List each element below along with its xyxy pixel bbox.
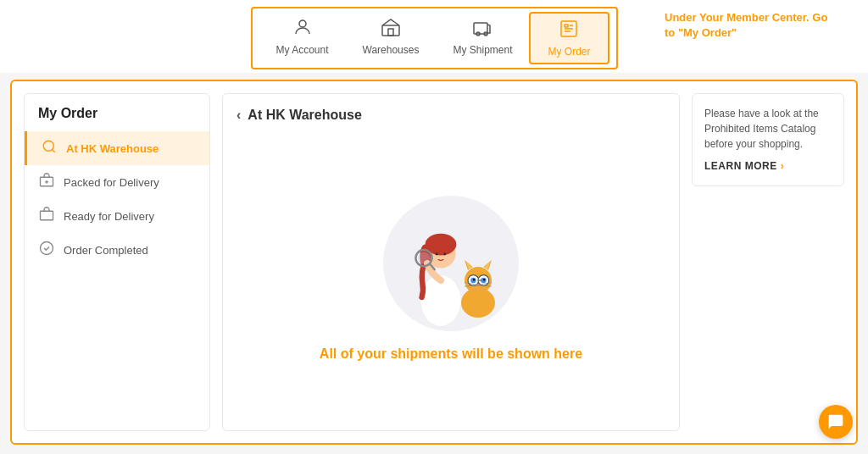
main-content-area: ‹ At HK Warehouse <box>222 93 680 431</box>
packed-for-delivery-icon <box>38 173 55 191</box>
nav-warehouses-label: Warehouses <box>363 44 420 56</box>
svg-rect-7 <box>565 25 568 27</box>
info-box: Please have a look at the Prohibited Ite… <box>692 93 844 186</box>
learn-more-label: LEARN MORE <box>704 158 777 174</box>
sidebar: My Order At HK Warehouse <box>24 93 210 431</box>
sidebar-item-at-hk-warehouse-label: At HK Warehouse <box>66 142 159 155</box>
nav-my-order[interactable]: My Order <box>529 12 609 64</box>
svg-point-24 <box>443 252 446 255</box>
sidebar-item-packed-for-delivery[interactable]: Packed for Delivery <box>25 165 209 199</box>
content-layout: My Order At HK Warehouse <box>12 81 856 443</box>
person-cat-illustration <box>383 187 519 340</box>
nav-my-order-label: My Order <box>548 46 590 58</box>
main-container: My Order At HK Warehouse <box>10 80 858 445</box>
nav-my-shipment[interactable]: My Shipment <box>436 12 529 64</box>
learn-more-link[interactable]: LEARN MORE › <box>704 158 832 174</box>
nav-my-shipment-label: My Shipment <box>453 44 512 56</box>
info-text: Please have a look at the Prohibited Ite… <box>704 108 819 150</box>
my-shipment-icon <box>472 17 492 41</box>
svg-point-38 <box>473 279 475 280</box>
learn-more-arrow-icon: › <box>781 158 785 174</box>
nav-warehouses[interactable]: Warehouses <box>346 12 437 64</box>
illustration-circle <box>383 196 519 331</box>
svg-point-39 <box>483 279 485 280</box>
order-completed-icon <box>38 241 55 259</box>
sidebar-item-at-hk-warehouse[interactable]: At HK Warehouse <box>25 131 209 165</box>
svg-rect-2 <box>388 29 393 36</box>
nav-my-account[interactable]: My Account <box>259 12 346 64</box>
svg-point-26 <box>418 252 430 263</box>
nav-my-account-label: My Account <box>276 44 329 56</box>
svg-line-12 <box>52 149 54 152</box>
svg-point-23 <box>436 252 438 255</box>
nav-group: My Account Warehouses My Sh <box>251 7 618 69</box>
right-panel: Please have a look at the Prohibited Ite… <box>692 93 844 431</box>
sidebar-title: My Order <box>25 106 209 131</box>
at-hk-warehouse-icon <box>41 139 58 158</box>
sidebar-item-order-completed[interactable]: Order Completed <box>25 233 209 267</box>
instruction-text: Under Your Member Center. Go to "My Orde… <box>665 10 834 41</box>
sidebar-item-ready-label: Ready for Delivery <box>64 210 154 223</box>
svg-point-0 <box>299 20 306 27</box>
content-title: At HK Warehouse <box>248 108 362 123</box>
chat-button[interactable] <box>819 405 853 439</box>
content-header: ‹ At HK Warehouse <box>236 108 362 123</box>
sidebar-item-completed-label: Order Completed <box>64 244 148 257</box>
illustration-area: All of your shipments will be shown here <box>320 140 582 417</box>
my-account-icon <box>292 17 313 41</box>
top-navigation: My Account Warehouses My Sh <box>0 0 868 73</box>
sidebar-item-packed-label: Packed for Delivery <box>64 176 159 189</box>
back-arrow-icon[interactable]: ‹ <box>236 108 241 123</box>
empty-message: All of your shipments will be shown here <box>320 346 582 362</box>
svg-rect-16 <box>41 211 53 220</box>
my-order-icon <box>559 19 579 42</box>
sidebar-item-ready-for-delivery[interactable]: Ready for Delivery <box>25 199 209 233</box>
svg-point-17 <box>41 242 53 255</box>
ready-for-delivery-icon <box>38 207 55 225</box>
warehouses-icon <box>381 17 401 41</box>
svg-point-11 <box>43 141 53 151</box>
svg-rect-1 <box>382 25 399 36</box>
